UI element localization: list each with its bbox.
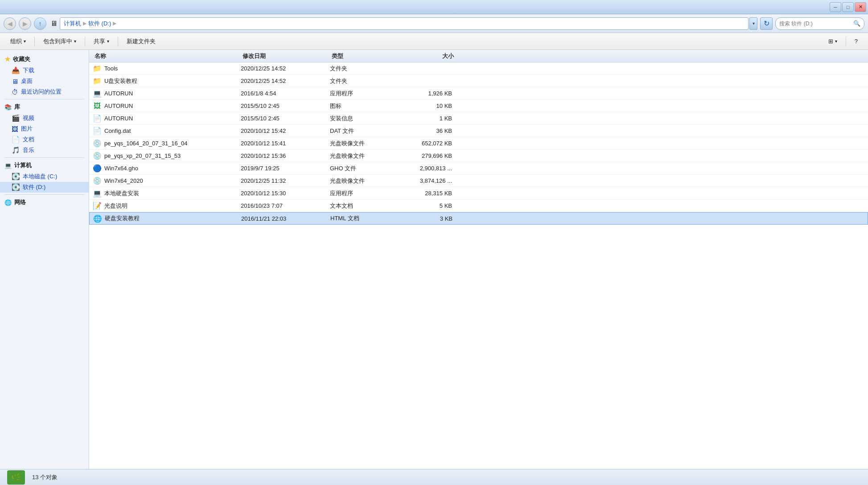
- file-type-icon: 💿: [93, 152, 102, 160]
- table-row[interactable]: 💿 pe_yqs_1064_20_07_31_16_04 2020/10/12 …: [89, 137, 868, 150]
- sidebar-item-music[interactable]: 🎵 音乐: [0, 145, 89, 156]
- sidebar-divider-3: [4, 194, 84, 195]
- sidebar-item-local-c[interactable]: 💽 本地磁盘 (C:): [0, 171, 89, 182]
- file-type-icon: 📁: [93, 77, 102, 86]
- statusbar-logo: 🌿: [7, 470, 25, 485]
- help-button[interactable]: ?: [850, 35, 863, 48]
- forward-button[interactable]: ▶: [19, 17, 31, 30]
- column-type[interactable]: 类型: [332, 52, 403, 60]
- file-date-cell: 2019/9/7 19:25: [241, 165, 330, 172]
- favorites-header[interactable]: ★ 收藏夹: [0, 53, 89, 65]
- search-input[interactable]: [779, 21, 852, 27]
- table-row[interactable]: 📁 U盘安装教程 2020/12/25 14:52 文件夹: [89, 75, 868, 87]
- file-date-cell: 2016/1/8 4:54: [241, 90, 330, 97]
- file-name-cell: 📁 Tools: [89, 64, 241, 73]
- file-date-cell: 2016/10/23 7:07: [241, 202, 330, 209]
- table-row[interactable]: 💻 本地硬盘安装 2020/10/12 15:30 应用程序 28,315 KB: [89, 187, 868, 200]
- file-size-cell: 3 KB: [402, 215, 460, 222]
- file-name: pe_yqs_xp_20_07_31_15_53: [104, 152, 181, 159]
- table-row[interactable]: 📁 Tools 2020/12/25 14:52 文件夹: [89, 62, 868, 75]
- file-date-cell: 2015/5/10 2:45: [241, 115, 330, 122]
- sidebar-item-video[interactable]: 🎬 视频: [0, 113, 89, 123]
- file-size-cell: 1,926 KB: [401, 90, 459, 97]
- file-list: 名称 修改日期 类型 大小 📁 Tools 2020/12/25 14:52 文…: [89, 50, 868, 469]
- file-name: AUTORUN: [104, 90, 133, 97]
- new-folder-button[interactable]: 新建文件夹: [122, 35, 160, 48]
- file-name: Win7x64_2020: [104, 177, 143, 184]
- sidebar-item-recent[interactable]: ⏱ 最近访问的位置: [0, 86, 89, 97]
- file-type-cell: 光盘映像文件: [330, 140, 401, 148]
- table-row[interactable]: 📄 AUTORUN 2015/5/10 2:45 安装信息 1 KB: [89, 112, 868, 125]
- file-type-icon: 🔵: [93, 164, 102, 173]
- file-type-cell: 光盘映像文件: [330, 177, 401, 185]
- table-row[interactable]: 💿 pe_yqs_xp_20_07_31_15_53 2020/10/12 15…: [89, 150, 868, 162]
- file-type-cell: GHO 文件: [330, 164, 401, 173]
- column-size[interactable]: 大小: [403, 52, 461, 60]
- file-name-cell: 💿 Win7x64_2020: [89, 177, 241, 185]
- file-name: Win7x64.gho: [104, 165, 138, 172]
- close-button[interactable]: ✕: [855, 2, 866, 12]
- file-size-cell: 1 KB: [401, 115, 459, 122]
- column-modified[interactable]: 修改日期: [243, 52, 332, 60]
- file-type-cell: 图标: [330, 102, 401, 110]
- network-header[interactable]: 🌐 网络: [0, 197, 89, 208]
- file-name-cell: 📄 Config.dat: [89, 127, 241, 136]
- table-row[interactable]: 🖼 AUTORUN 2015/5/10 2:45 图标 10 KB: [89, 100, 868, 112]
- breadcrumb-software-d[interactable]: 软件 (D:): [88, 20, 111, 28]
- file-type-cell: 应用程序: [330, 189, 401, 197]
- table-row[interactable]: 📄 Config.dat 2020/10/12 15:42 DAT 文件 36 …: [89, 125, 868, 137]
- file-type-cell: 文件夹: [330, 77, 401, 85]
- statusbar: 🌿 13 个对象: [0, 469, 868, 485]
- table-row[interactable]: 📝 光盘说明 2016/10/23 7:07 文本文档 5 KB: [89, 200, 868, 212]
- share-button[interactable]: 共享 ▾: [89, 35, 114, 48]
- table-row[interactable]: 💻 AUTORUN 2016/1/8 4:54 应用程序 1,926 KB: [89, 87, 868, 100]
- archive-button[interactable]: 包含到库中 ▾: [38, 35, 81, 48]
- file-size-cell: 3,874,126 ...: [401, 177, 459, 184]
- sidebar-item-doc[interactable]: 📄 文档: [0, 134, 89, 145]
- refresh-button[interactable]: ↻: [760, 17, 773, 30]
- titlebar: ─ □ ✕: [0, 0, 868, 14]
- minimize-button[interactable]: ─: [830, 2, 841, 12]
- view-icon: ⊞: [828, 38, 833, 45]
- table-row[interactable]: 🔵 Win7x64.gho 2019/9/7 19:25 GHO 文件 2,90…: [89, 162, 868, 175]
- library-header[interactable]: 📚 库: [0, 101, 89, 113]
- file-type-icon: 💻: [93, 189, 102, 198]
- up-button[interactable]: ↑: [34, 17, 46, 30]
- sidebar-item-picture[interactable]: 🖼 图片: [0, 123, 89, 134]
- sidebar-item-download[interactable]: 📥 下载: [0, 65, 89, 76]
- file-list-header: 名称 修改日期 类型 大小: [89, 50, 868, 62]
- file-name-cell: 💻 本地硬盘安装: [89, 189, 241, 198]
- file-size-cell: 279,696 KB: [401, 152, 459, 159]
- breadcrumb-computer[interactable]: 计算机: [64, 20, 81, 28]
- file-date-cell: 2020/10/12 15:36: [241, 152, 330, 159]
- column-name[interactable]: 名称: [91, 52, 243, 60]
- favorites-section: ★ 收藏夹 📥 下载 🖥 桌面 ⏱ 最近访问的位置: [0, 53, 89, 97]
- computer-header[interactable]: 💻 计算机: [0, 160, 89, 171]
- file-size-cell: 652,072 KB: [401, 140, 459, 147]
- file-list-body: 📁 Tools 2020/12/25 14:52 文件夹 📁 U盘安装教程 20…: [89, 62, 868, 225]
- file-date-cell: 2020/10/12 15:42: [241, 127, 330, 134]
- back-button[interactable]: ◀: [4, 17, 16, 30]
- view-button[interactable]: ⊞ ▾: [823, 35, 842, 48]
- file-type-icon: 💻: [93, 89, 102, 98]
- file-name-cell: 💿 pe_yqs_xp_20_07_31_15_53: [89, 152, 241, 160]
- computer-icon: 🖥: [49, 19, 59, 29]
- file-name: 本地硬盘安装: [104, 189, 139, 197]
- address-dropdown[interactable]: ▾: [749, 17, 757, 30]
- maximize-button[interactable]: □: [842, 2, 854, 12]
- breadcrumb-bar: 计算机 ▶ 软件 (D:) ▶: [60, 17, 749, 30]
- file-date-cell: 2015/5/10 2:45: [241, 103, 330, 109]
- table-row[interactable]: 🌐 硬盘安装教程 2016/11/21 22:03 HTML 文档 3 KB: [89, 212, 868, 225]
- download-icon: 📥: [12, 66, 20, 74]
- sidebar-item-desktop[interactable]: 🖥 桌面: [0, 76, 89, 86]
- file-size-cell: 2,900,813 ...: [401, 165, 459, 172]
- status-count: 13 个对象: [32, 473, 58, 481]
- organize-button[interactable]: 组织 ▾: [5, 35, 31, 48]
- file-name-cell: 🖼 AUTORUN: [89, 102, 241, 111]
- addressbar: ◀ ▶ ↑ 🖥 计算机 ▶ 软件 (D:) ▶ ▾ ↻ 🔍: [0, 14, 868, 33]
- sidebar-item-software-d[interactable]: 💽 软件 (D:): [0, 182, 89, 193]
- software-d-icon: 💽: [12, 183, 20, 191]
- titlebar-buttons: ─ □ ✕: [830, 2, 866, 12]
- table-row[interactable]: 💿 Win7x64_2020 2020/12/25 11:32 光盘映像文件 3…: [89, 175, 868, 187]
- computer-section: 💻 计算机 💽 本地磁盘 (C:) 💽 软件 (D:): [0, 160, 89, 193]
